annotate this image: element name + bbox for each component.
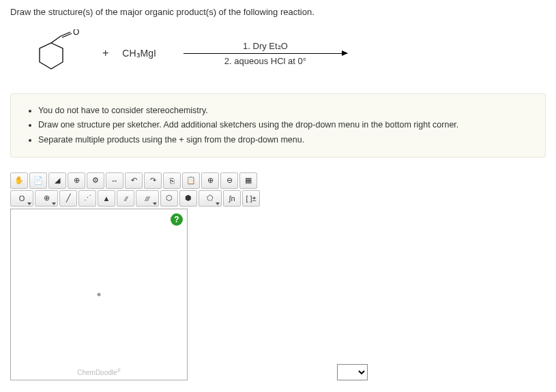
triple-bond-tool[interactable]: ⫻: [136, 190, 159, 207]
color-tool[interactable]: ▦: [239, 172, 257, 189]
wedge-bond-tool[interactable]: ▲: [98, 190, 115, 207]
plus-sign: +: [102, 47, 108, 59]
add-sketcher-dropdown[interactable]: [337, 364, 368, 380]
double-bond-tool[interactable]: ⫽: [117, 190, 134, 207]
move-tool[interactable]: ✋: [10, 172, 28, 189]
svg-line-2: [61, 32, 70, 36]
recessed-bond-tool[interactable]: ⋰: [78, 190, 96, 207]
reaction-arrow-block: 1. Dry Et₂O 2. aqueous HCl at 0°: [184, 41, 347, 66]
zoom-out-tool[interactable]: ⊖: [220, 172, 238, 189]
starting-material-structure: O: [34, 29, 89, 77]
benzene-tool[interactable]: ⬢: [179, 190, 197, 207]
charge-tool[interactable]: [ ]±: [242, 190, 260, 207]
element-tool[interactable]: O: [10, 190, 33, 207]
reaction-arrow: [184, 53, 347, 54]
paste-tool[interactable]: 📋: [182, 172, 200, 189]
question-text: Draw the structure(s) of the major organ…: [10, 7, 546, 17]
zoom-in-tool[interactable]: ⊕: [201, 172, 219, 189]
svg-marker-0: [40, 43, 63, 69]
flip-tool[interactable]: ↔: [106, 172, 123, 189]
instruction-item: Separate multiple products using the + s…: [38, 133, 533, 147]
copy-tool[interactable]: ⎘: [163, 172, 181, 189]
open-tool[interactable]: 📄: [29, 172, 47, 189]
grignard-reagent: CH₃MgI: [122, 48, 156, 59]
cyclopentane-tool[interactable]: ⬠: [199, 190, 222, 207]
center-tool[interactable]: ⊕: [68, 172, 85, 189]
cyclohexane-tool[interactable]: ⬡: [160, 190, 178, 207]
svg-line-1: [51, 36, 61, 43]
help-icon[interactable]: ?: [171, 213, 183, 226]
custom-ring-tool[interactable]: ∫n: [223, 190, 241, 207]
toolbar-row-2: O ⊕ ╱ ⋰ ▲ ⫽ ⫻ ⬡ ⬢ ⬠ ∫n [ ]±: [10, 190, 327, 207]
canvas-center-dot: [98, 292, 101, 296]
drawing-canvas[interactable]: ? ChemDoodle®: [10, 209, 188, 380]
chemdoodle-sketcher: ✋ 📄 ◢ ⊕ ⚙ ↔ ↶ ↷ ⎘ 📋 ⊕ ⊖ ▦ O ⊕ ╱ ⋰ ▲ ⫽ ⫻ …: [10, 172, 327, 380]
condition-2: 2. aqueous HCl at 0°: [224, 56, 306, 66]
svg-text:O: O: [73, 29, 79, 37]
erase-tool[interactable]: ◢: [48, 172, 66, 189]
clean-tool[interactable]: ⚙: [87, 172, 104, 189]
reaction-scheme: O + CH₃MgI 1. Dry Et₂O 2. aqueous HCl at…: [34, 29, 546, 77]
chemdoodle-brand: ChemDoodle®: [77, 368, 121, 376]
instruction-item: You do not have to consider stereochemis…: [38, 104, 533, 118]
instruction-item: Draw one structure per sketcher. Add add…: [38, 118, 533, 132]
undo-tool[interactable]: ↶: [125, 172, 143, 189]
instructions-box: You do not have to consider stereochemis…: [10, 93, 546, 157]
svg-line-3: [62, 33, 72, 37]
toolbar-row-1: ✋ 📄 ◢ ⊕ ⚙ ↔ ↶ ↷ ⎘ 📋 ⊕ ⊖ ▦: [10, 172, 327, 189]
increase-tool[interactable]: ⊕: [35, 190, 58, 207]
redo-tool[interactable]: ↷: [144, 172, 162, 189]
single-bond-tool[interactable]: ╱: [59, 190, 77, 207]
condition-1: 1. Dry Et₂O: [243, 41, 288, 51]
